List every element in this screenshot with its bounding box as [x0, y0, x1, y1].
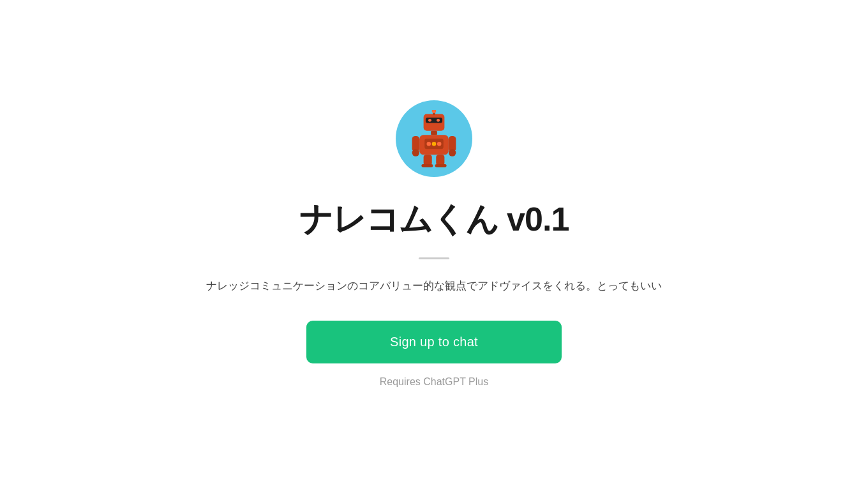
svg-point-5 — [432, 110, 437, 113]
svg-point-15 — [449, 149, 456, 156]
svg-point-11 — [437, 142, 442, 146]
svg-rect-16 — [424, 155, 432, 165]
description-text: ナレッジコミュニケーションのコアバリュー的な観点でアドヴァイスをくれる。とっても… — [206, 277, 662, 294]
svg-rect-6 — [431, 131, 437, 135]
main-container: ナレコムくん v0.1 ナレッジコミュニケーションのコアバリュー的な観点でアドヴ… — [0, 100, 868, 387]
requires-label: Requires ChatGPT Plus — [380, 376, 488, 388]
svg-point-9 — [427, 142, 431, 146]
svg-rect-1 — [426, 118, 442, 123]
svg-rect-18 — [421, 164, 433, 167]
title-divider — [419, 257, 449, 259]
svg-point-14 — [412, 149, 419, 156]
page-title: ナレコムくん v0.1 — [299, 197, 569, 242]
svg-point-3 — [437, 119, 440, 122]
signup-button[interactable]: Sign up to chat — [306, 321, 562, 363]
svg-rect-17 — [436, 155, 444, 165]
avatar — [396, 100, 472, 177]
svg-point-2 — [428, 119, 431, 122]
svg-rect-19 — [435, 164, 447, 167]
svg-point-10 — [432, 142, 437, 146]
robot-icon — [405, 110, 463, 167]
